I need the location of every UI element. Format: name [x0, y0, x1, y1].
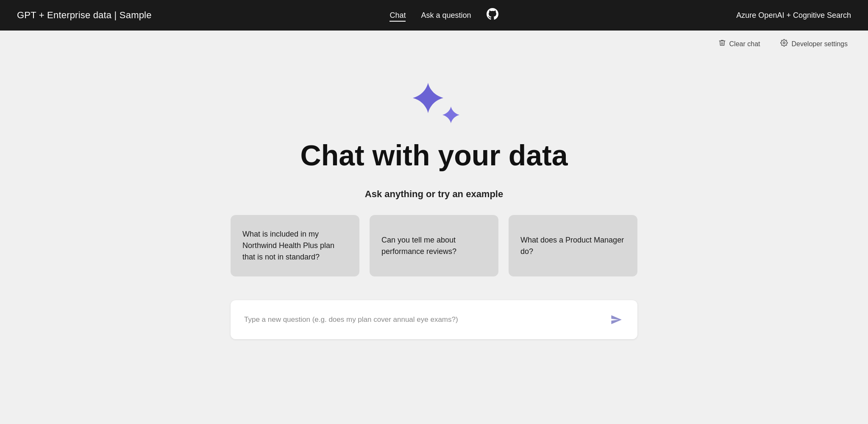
send-button[interactable] [609, 312, 624, 327]
example-card-1[interactable]: What is included in my Northwind Health … [231, 215, 359, 276]
app-title: GPT + Enterprise data | Sample [17, 10, 152, 21]
header-left: GPT + Enterprise data | Sample [17, 10, 152, 21]
nav-chat[interactable]: Chat [389, 9, 406, 22]
chat-input[interactable] [244, 315, 602, 324]
sparkle-large [413, 83, 443, 115]
main-title: Chat with your data [300, 139, 568, 172]
example-card-3[interactable]: What does a Product Manager do? [509, 215, 637, 276]
header: GPT + Enterprise data | Sample Chat Ask … [0, 0, 868, 31]
developer-settings-label: Developer settings [791, 40, 848, 48]
github-icon[interactable] [487, 8, 498, 22]
trash-icon [718, 39, 726, 49]
gear-icon [780, 39, 788, 49]
header-right-label: Azure OpenAI + Cognitive Search [736, 11, 851, 20]
header-nav: Chat Ask a question [389, 8, 498, 22]
chat-input-container [231, 300, 637, 339]
clear-chat-button[interactable]: Clear chat [715, 37, 764, 50]
nav-ask-question[interactable]: Ask a question [421, 9, 471, 22]
clear-chat-label: Clear chat [729, 40, 760, 48]
sparkle-small [442, 106, 459, 125]
developer-settings-button[interactable]: Developer settings [777, 37, 851, 50]
sparkle-decoration [409, 83, 459, 125]
example-card-2[interactable]: Can you tell me about performance review… [370, 215, 498, 276]
main-subtitle: Ask anything or try an example [365, 189, 503, 200]
main-content: Chat with your data Ask anything or try … [0, 57, 868, 356]
toolbar: Clear chat Developer settings [0, 31, 868, 57]
example-cards-container: What is included in my Northwind Health … [231, 215, 637, 276]
svg-point-0 [783, 42, 785, 44]
